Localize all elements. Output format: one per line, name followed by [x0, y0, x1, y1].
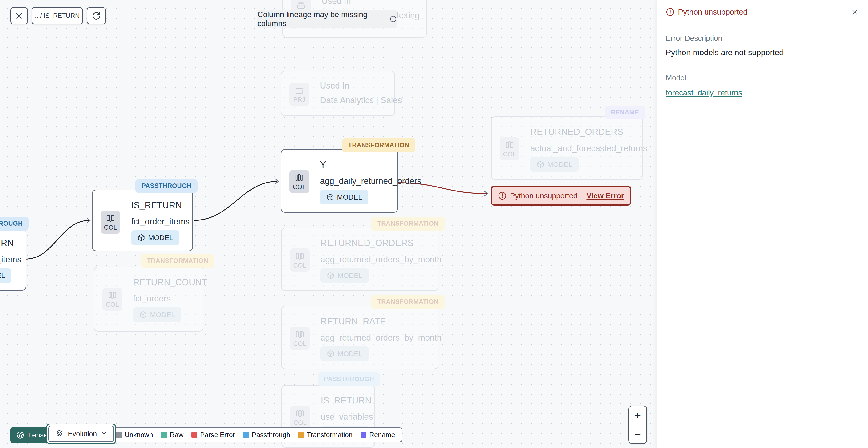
- column-icon: COL: [290, 327, 310, 350]
- error-details-panel: Python unsupported Error Description Pyt…: [657, 0, 868, 448]
- node-title: RETURN_COUNT: [133, 277, 207, 287]
- model-chip: MODEL: [133, 307, 181, 322]
- close-icon: [14, 11, 24, 21]
- legend-swatch: [243, 432, 249, 438]
- zoom-out-button[interactable]: −: [629, 425, 646, 443]
- error-panel-header: Python unsupported: [657, 0, 868, 25]
- model-chip: MODEL: [530, 157, 579, 172]
- badge-passthrough: PASSTHROUGH: [0, 217, 29, 231]
- badge-transformation: TRANSFORMATION: [342, 138, 415, 152]
- column-icon: COL: [102, 288, 122, 311]
- node-actual-and-forecasted-returns[interactable]: COL RETURNED_ORDERS actual_and_forecaste…: [491, 116, 643, 180]
- model-chip: MODEL: [320, 268, 369, 283]
- model-chip: MODEL: [320, 190, 368, 205]
- legend-item-transformation: Transformation: [298, 431, 352, 439]
- badge-transformation: TRANSFORMATION: [141, 254, 214, 268]
- lineage-canvas[interactable]: TRANSFORMATION RENAME PASSTHROUGH TRANSF…: [0, 0, 657, 448]
- node-subtitle: fct_order_items: [0, 255, 22, 265]
- error-description-label: Error Description: [666, 34, 860, 42]
- zoom-in-button[interactable]: +: [629, 406, 646, 425]
- node-title: RETURNED_ORDERS: [320, 238, 413, 248]
- node-title: RETURN_RATE: [320, 316, 386, 326]
- node-return-rate[interactable]: COL RETURN_RATE agg_returned_orders_by_m…: [281, 306, 438, 369]
- column-icon: COL: [290, 406, 310, 429]
- node-title: IS_RETURN: [131, 200, 182, 210]
- node-title: RETURNED_ORDERS: [530, 127, 623, 137]
- node-subtitle: agg_returned_orders_by_month: [320, 333, 441, 343]
- close-lineage-button[interactable]: [10, 7, 28, 25]
- info-icon[interactable]: [390, 15, 397, 23]
- legend-item-unknown: Unknown: [116, 431, 153, 439]
- node-title: Y: [320, 160, 326, 170]
- node-subtitle: agg_returned_orders_by_month: [320, 255, 441, 265]
- panel-close-button[interactable]: [849, 6, 861, 19]
- breadcrumb[interactable]: .. / IS_RETURN: [32, 7, 83, 25]
- error-panel-title: Python unsupported: [678, 7, 747, 17]
- badge-transformation: TRANSFORMATION: [371, 217, 444, 231]
- node-agg-daily-returned-orders[interactable]: COL Y agg_daily_returned_orders MODEL: [281, 149, 398, 213]
- node-title: Used In: [322, 0, 351, 6]
- node-subtitle: fct_orders: [133, 294, 171, 304]
- refresh-icon: [92, 11, 101, 21]
- model-chip: MODEL: [131, 230, 180, 245]
- legend-item-passthrough: Passthrough: [243, 431, 290, 439]
- badge-transformation: TRANSFORMATION: [371, 295, 444, 309]
- aperture-icon: [16, 430, 25, 440]
- column-icon: COL: [289, 170, 309, 193]
- node-subtitle: agg_daily_returned_orders: [320, 176, 421, 186]
- node-subtitle: Data Analytics | Sales: [320, 95, 402, 105]
- chevron-down-icon: [100, 429, 107, 438]
- model-link[interactable]: forecast_daily_returns: [666, 88, 742, 97]
- legend-item-parse-error: Parse Error: [191, 431, 235, 439]
- node-title: Used In: [320, 81, 349, 91]
- node-is-return-fct-order-items[interactable]: COL IS_RETURN fct_order_items MODEL: [92, 189, 193, 251]
- node-used-in-sales[interactable]: PRJ Used In Data Analytics | Sales: [281, 71, 395, 116]
- node-is-return-offscreen[interactable]: IS_RETURN fct_order_items MODEL: [0, 228, 26, 291]
- refresh-button[interactable]: [87, 7, 106, 25]
- lens-dropdown[interactable]: Evolution: [46, 423, 116, 444]
- badge-passthrough: PASSTHROUGH: [135, 179, 197, 193]
- lineage-type-legend: Unknown Raw Parse Error Passthrough Tran…: [108, 427, 402, 442]
- project-icon: PRJ: [289, 83, 309, 106]
- node-returned-orders-by-month[interactable]: COL RETURNED_ORDERS agg_returned_orders_…: [281, 228, 438, 291]
- alert-icon: [498, 191, 507, 200]
- lineage-warning-banner: Column lineage may be missing columns: [257, 10, 397, 28]
- legend-swatch: [361, 432, 366, 438]
- column-icon: COL: [100, 211, 120, 234]
- model-label: Model: [666, 73, 860, 82]
- alert-icon: [666, 7, 675, 17]
- close-icon: [851, 8, 859, 16]
- badge-passthrough: PASSTHROUGH: [318, 372, 380, 386]
- error-callout[interactable]: Python unsupported View Error: [491, 186, 631, 206]
- node-return-count[interactable]: COL RETURN_COUNT fct_orders MODEL: [94, 267, 204, 332]
- view-error-link[interactable]: View Error: [586, 191, 624, 200]
- badge-rename: RENAME: [605, 106, 645, 119]
- node-subtitle: fct_order_items: [131, 217, 190, 227]
- legend-item-raw: Raw: [161, 431, 183, 439]
- node-title: IS_RETURN: [0, 238, 14, 248]
- model-chip: MODEL: [320, 347, 369, 361]
- lens-selected-value: Evolution: [68, 430, 97, 438]
- error-description-text: Python models are not supported: [666, 48, 860, 57]
- error-callout-label: Python unsupported: [510, 191, 578, 200]
- node-subtitle: actual_and_forecasted_returns: [530, 144, 647, 153]
- legend-swatch: [161, 432, 167, 438]
- legend-swatch: [298, 432, 304, 438]
- legend-swatch: [116, 432, 122, 438]
- column-icon: COL: [500, 137, 520, 160]
- column-icon: COL: [290, 248, 310, 272]
- layers-icon: [55, 429, 64, 439]
- legend-swatch: [191, 432, 197, 438]
- zoom-controls: + −: [628, 406, 647, 444]
- node-title: IS_RETURN: [321, 395, 371, 406]
- model-chip: MODEL: [0, 268, 11, 283]
- node-subtitle: use_variables: [321, 412, 373, 422]
- error-panel-body: Error Description Python models are not …: [657, 25, 868, 107]
- legend-item-rename: Rename: [361, 431, 395, 439]
